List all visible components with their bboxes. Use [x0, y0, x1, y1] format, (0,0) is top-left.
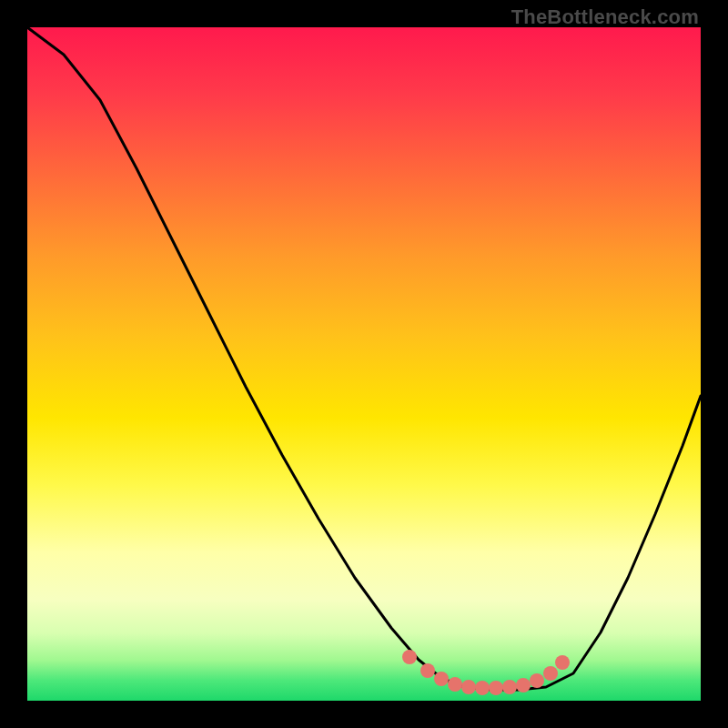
- watermark-text: TheBottleneck.com: [511, 5, 699, 29]
- marker-dot: [555, 655, 570, 670]
- marker-dot: [530, 673, 544, 688]
- marker-dot: [461, 680, 476, 694]
- plot-area: [27, 27, 701, 701]
- marker-dot: [543, 666, 558, 681]
- marker-dot: [402, 650, 417, 664]
- marker-dot: [420, 663, 435, 678]
- chart-svg: [27, 27, 701, 701]
- marker-dot: [489, 681, 503, 695]
- marker-dot: [434, 672, 449, 686]
- bottleneck-curve: [27, 27, 701, 690]
- marker-dot: [502, 680, 517, 694]
- outer-frame: TheBottleneck.com: [0, 0, 728, 728]
- marker-dot: [516, 678, 531, 693]
- marker-dot: [475, 681, 490, 695]
- marker-dot: [448, 677, 462, 692]
